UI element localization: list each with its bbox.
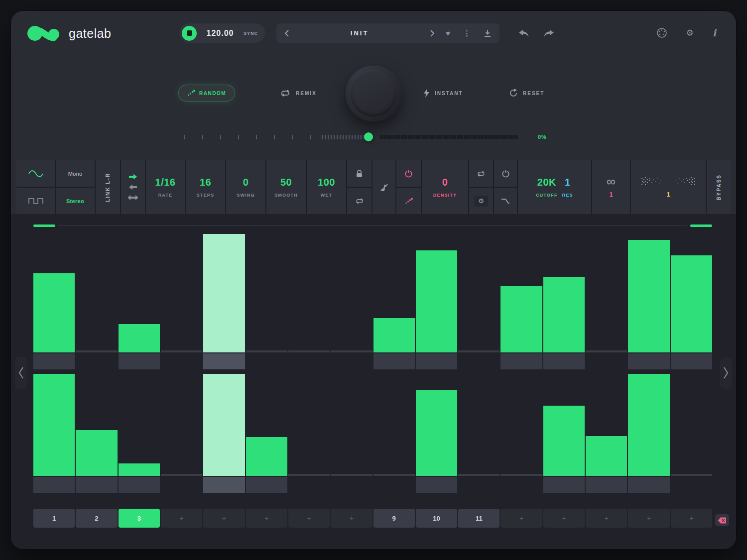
preset-prev-button[interactable] (284, 29, 289, 37)
favorite-heart-icon[interactable]: ♥ (446, 29, 450, 37)
pattern-slot-4[interactable]: + (161, 509, 202, 528)
square-wave-button[interactable] (16, 188, 55, 214)
pattern-slot-3[interactable]: 3 (119, 509, 160, 528)
step-right-channel-15[interactable] (628, 374, 669, 493)
step-bar[interactable] (458, 350, 499, 352)
step-bar[interactable] (331, 474, 372, 476)
preset-name[interactable]: INIT (289, 29, 430, 37)
filter-power-button[interactable] (494, 160, 517, 187)
cutoff-control[interactable]: 20K CUTOFF (536, 177, 558, 198)
instant-button[interactable]: INSTANT (423, 89, 463, 98)
step-left-channel-4[interactable] (161, 234, 202, 369)
sync-label[interactable]: SYNC (244, 31, 258, 36)
mirror-icon[interactable] (127, 195, 138, 201)
step-bar[interactable] (586, 350, 627, 352)
step-bar[interactable] (161, 474, 202, 476)
random-button[interactable]: RANDOM (178, 85, 235, 102)
generator-knob[interactable] (346, 66, 401, 121)
step-bar[interactable] (628, 374, 669, 476)
mute-note-cell[interactable] (373, 160, 395, 214)
link-lr-cell[interactable]: LINK L-R (96, 160, 120, 214)
step-bar[interactable] (671, 474, 712, 476)
density-power-button[interactable] (396, 160, 421, 187)
sine-wave-button[interactable] (16, 160, 55, 187)
shift-right-icon[interactable] (128, 174, 137, 180)
density-cell[interactable]: 0 DENSITY (422, 160, 468, 214)
filter-loop-button[interactable] (469, 160, 493, 187)
step-bar[interactable] (416, 250, 457, 352)
step-left-channel-11[interactable] (458, 234, 499, 369)
preset-next-button[interactable] (430, 29, 435, 37)
pattern-slot-12[interactable]: + (500, 509, 542, 528)
dissolve-cell[interactable]: 1 (631, 160, 706, 214)
bpm-value[interactable]: 120.00 (203, 29, 238, 38)
slider-handle[interactable] (364, 132, 373, 141)
step-bar[interactable] (119, 463, 160, 476)
step-right-channel-14[interactable] (586, 374, 627, 493)
step-right-channel-4[interactable] (161, 374, 202, 493)
step-bar[interactable] (586, 436, 627, 476)
pattern-slot-5[interactable]: + (203, 509, 245, 528)
step-right-channel-3[interactable] (119, 374, 160, 493)
loop-length-cell[interactable]: ∞ 1 (592, 160, 630, 214)
step-left-channel-1[interactable] (33, 234, 75, 369)
step-bar[interactable] (33, 273, 75, 352)
step-bar[interactable] (76, 350, 117, 352)
rate-cell[interactable]: 1/16 RATE (146, 160, 185, 214)
pattern-slot-13[interactable]: + (543, 509, 585, 528)
step-bar[interactable] (119, 324, 160, 352)
step-left-channel-8[interactable] (331, 234, 372, 369)
step-bar[interactable] (543, 406, 585, 476)
loop-end-handle[interactable] (690, 224, 712, 227)
step-bar[interactable] (203, 234, 245, 352)
pattern-slot-7[interactable]: + (288, 509, 330, 528)
undo-icon[interactable] (518, 29, 530, 37)
pattern-slot-2[interactable]: 2 (76, 509, 117, 528)
page-prev-button[interactable] (15, 357, 27, 389)
loop-start-handle[interactable] (33, 224, 55, 227)
loop-button[interactable] (347, 188, 372, 214)
step-bar[interactable] (416, 390, 457, 476)
step-bar[interactable] (288, 350, 330, 352)
step-right-channel-8[interactable] (331, 374, 372, 493)
stereo-button[interactable]: Stereo (56, 188, 95, 214)
step-left-channel-5[interactable] (203, 234, 245, 369)
step-bar[interactable] (628, 240, 669, 352)
step-right-channel-7[interactable] (288, 374, 330, 493)
pattern-slot-6[interactable]: + (246, 509, 287, 528)
swing-cell[interactable]: 0 SWING (226, 160, 265, 214)
step-right-channel-11[interactable] (458, 374, 499, 493)
step-left-channel-10[interactable] (416, 234, 457, 369)
smooth-cell[interactable]: 50 SMOOTH (266, 160, 306, 214)
step-bar[interactable] (246, 350, 287, 352)
preset-menu-icon[interactable]: ⋮ (463, 29, 471, 37)
step-right-channel-1[interactable] (33, 374, 75, 493)
step-bar[interactable] (288, 474, 330, 476)
pattern-slot-11[interactable]: 11 (458, 509, 499, 528)
wet-cell[interactable]: 100 WET (307, 160, 346, 214)
pattern-slot-8[interactable]: + (331, 509, 372, 528)
step-right-channel-10[interactable] (416, 374, 457, 493)
step-left-channel-2[interactable] (76, 234, 117, 369)
step-left-channel-14[interactable] (586, 234, 627, 369)
step-left-channel-16[interactable] (671, 234, 712, 369)
pattern-slot-14[interactable]: + (586, 509, 627, 528)
step-right-channel-9[interactable] (374, 374, 415, 493)
pattern-slot-1[interactable]: 1 (33, 509, 75, 528)
remix-button[interactable]: REMIX (280, 89, 317, 97)
step-bar[interactable] (543, 277, 585, 352)
lock-button[interactable] (347, 160, 372, 187)
pattern-slot-10[interactable]: 10 (416, 509, 457, 528)
midi-icon[interactable] (656, 27, 667, 38)
step-left-channel-9[interactable] (374, 234, 415, 369)
step-bar[interactable] (76, 430, 117, 476)
clear-pattern-button[interactable] (715, 514, 729, 526)
page-next-button[interactable] (720, 357, 732, 389)
step-left-channel-13[interactable] (543, 234, 585, 369)
step-bar[interactable] (246, 437, 287, 476)
step-right-channel-5[interactable] (203, 374, 245, 493)
amount-slider[interactable] (184, 130, 518, 143)
filter-settings-button[interactable]: ⚙ (469, 188, 493, 214)
pattern-slot-15[interactable]: + (628, 509, 669, 528)
slider-track[interactable] (379, 135, 518, 139)
